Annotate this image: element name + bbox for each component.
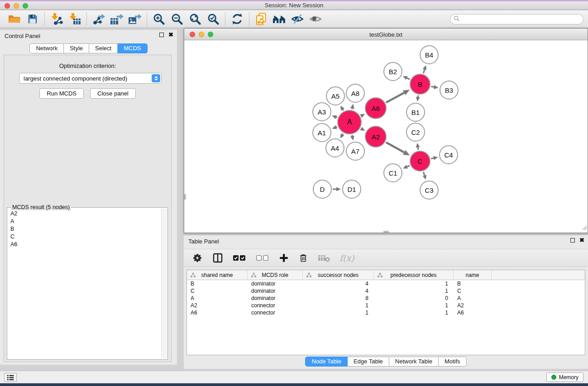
deselect-all-columns-icon[interactable] (256, 254, 269, 262)
result-item[interactable]: A (7, 217, 161, 225)
column-header-shared-name[interactable]: shared name (187, 270, 248, 280)
graph-node-A4[interactable]: A4 (325, 138, 344, 157)
search-field[interactable] (450, 14, 583, 24)
search-input[interactable] (460, 15, 583, 24)
select-all-columns-icon[interactable] (233, 254, 246, 262)
graph-node-A7[interactable]: A7 (346, 142, 365, 161)
graph-node-A3[interactable]: A3 (312, 102, 331, 121)
task-history-button[interactable] (4, 373, 17, 382)
table-cell[interactable]: B (454, 280, 492, 287)
table-cell[interactable]: 4 (303, 280, 374, 287)
result-item[interactable]: A2 (7, 210, 161, 217)
table-cell[interactable]: 8 (303, 295, 374, 302)
export-image-icon[interactable] (126, 12, 144, 26)
table-cell[interactable]: connector (248, 302, 303, 309)
table-row[interactable]: Cdominator41C (187, 287, 585, 295)
open-file-icon[interactable] (5, 12, 24, 26)
table-cell[interactable]: A2 (454, 302, 492, 309)
export-table-icon[interactable] (108, 12, 126, 26)
refresh-view-icon[interactable] (228, 12, 246, 26)
result-item[interactable]: B (7, 225, 161, 233)
graph-node-A5[interactable]: A5 (326, 86, 345, 105)
table-cell[interactable]: B (187, 280, 248, 287)
table-cell[interactable]: A6 (454, 309, 492, 316)
graph-node-B[interactable]: B (410, 74, 430, 95)
table-cell[interactable]: 1 (303, 302, 374, 309)
import-network-icon[interactable] (48, 12, 66, 26)
delete-column-icon[interactable] (298, 253, 308, 263)
graph-node-B2[interactable]: B2 (383, 62, 402, 81)
copy-network-icon[interactable] (252, 12, 270, 26)
result-item[interactable]: A6 (7, 240, 161, 248)
save-session-icon[interactable] (24, 12, 42, 26)
import-table-icon[interactable] (66, 12, 84, 26)
table-cell[interactable]: dominator (248, 287, 303, 295)
close-table-panel-icon[interactable]: ✖ (579, 238, 584, 243)
vertical-scroll-indicator[interactable] (184, 194, 186, 200)
close-panel-icon[interactable]: ✖ (168, 33, 173, 37)
result-scrollbar[interactable] (161, 209, 167, 358)
hide-graphics-icon[interactable] (288, 12, 306, 26)
close-panel-button[interactable]: Close panel (90, 88, 136, 99)
table-cell[interactable]: 0 (374, 295, 454, 302)
graph-node-C3[interactable]: C3 (420, 181, 439, 200)
function-builder-icon[interactable]: f(x) (339, 253, 354, 263)
graph-node-D[interactable]: D (313, 180, 332, 199)
table-row[interactable]: Bdominator41B (187, 280, 585, 287)
window-resize-grip[interactable] (581, 224, 587, 232)
home-icon[interactable] (270, 12, 288, 26)
table-cell[interactable]: A (454, 295, 492, 302)
graph-node-B1[interactable]: B1 (406, 103, 425, 122)
tab-edge-table[interactable]: Edge Table (348, 357, 389, 367)
graph-node-A1[interactable]: A1 (312, 123, 331, 142)
table-cell[interactable]: A2 (187, 302, 248, 309)
criterion-select[interactable]: largest connected component (directed) (19, 73, 162, 84)
graph-node-C[interactable]: C (410, 151, 430, 172)
graph-node-A2[interactable]: A2 (365, 126, 387, 148)
graph-node-C1[interactable]: C1 (383, 163, 402, 182)
table-cell[interactable]: 4 (303, 287, 374, 295)
graph-node-B3[interactable]: B3 (440, 81, 459, 100)
float-table-panel-icon[interactable] (570, 238, 575, 243)
column-header-name[interactable]: name (454, 270, 492, 280)
table-cell[interactable]: connector (248, 309, 303, 316)
table-cell[interactable]: C (187, 287, 248, 295)
float-panel-icon[interactable] (159, 33, 164, 37)
tab-network[interactable]: Network (29, 43, 64, 53)
network-canvas[interactable]: B4B2BB3A8A5A6A3B1AC2A1A2A4A7C4CC1DD1C3 (184, 40, 588, 233)
memory-button[interactable]: Memory (546, 372, 583, 382)
table-cell[interactable]: dominator (248, 280, 303, 287)
column-header-predecessor-nodes[interactable]: predecessor nodes (374, 270, 454, 280)
table-row[interactable]: Adominator80A (187, 295, 585, 302)
table-cell[interactable]: 1 (374, 280, 454, 287)
settings-gear-icon[interactable] (192, 253, 203, 263)
tab-select[interactable]: Select (89, 43, 118, 53)
add-column-icon[interactable] (279, 253, 289, 263)
result-item[interactable]: C (7, 233, 161, 240)
table-cell[interactable]: 1 (374, 287, 454, 295)
zoom-out-icon[interactable] (168, 12, 186, 26)
table-cell[interactable]: C (454, 287, 492, 295)
delete-table-icon[interactable] (318, 253, 330, 262)
graph-node-A6[interactable]: A6 (365, 97, 387, 119)
column-header-successor-nodes[interactable]: successor nodes (303, 270, 374, 280)
graph-node-B4[interactable]: B4 (420, 45, 439, 64)
tab-motifs[interactable]: Motifs (439, 357, 467, 367)
table-cell[interactable]: dominator (248, 295, 303, 302)
show-graphics-icon[interactable] (306, 12, 325, 26)
tab-style[interactable]: Style (64, 43, 89, 53)
table-cell[interactable]: 1 (303, 309, 374, 316)
export-network-icon[interactable] (90, 12, 108, 26)
table-cell[interactable]: A (187, 295, 248, 302)
table-row[interactable]: A6connector11A6 (187, 309, 585, 316)
table-row[interactable]: A2connector11A2 (187, 302, 585, 309)
split-panel-icon[interactable] (212, 253, 223, 263)
graph-node-D1[interactable]: D1 (342, 180, 361, 199)
graph-node-A[interactable]: A (337, 110, 362, 134)
zoom-selected-icon[interactable] (204, 12, 222, 26)
graph-node-C2[interactable]: C2 (406, 123, 425, 142)
column-header-MCDS-role[interactable]: MCDS role (248, 270, 303, 280)
zoom-in-icon[interactable] (150, 12, 168, 26)
run-mcds-button[interactable]: Run MCDS (39, 88, 84, 99)
table-cell[interactable]: 1 (374, 309, 454, 316)
